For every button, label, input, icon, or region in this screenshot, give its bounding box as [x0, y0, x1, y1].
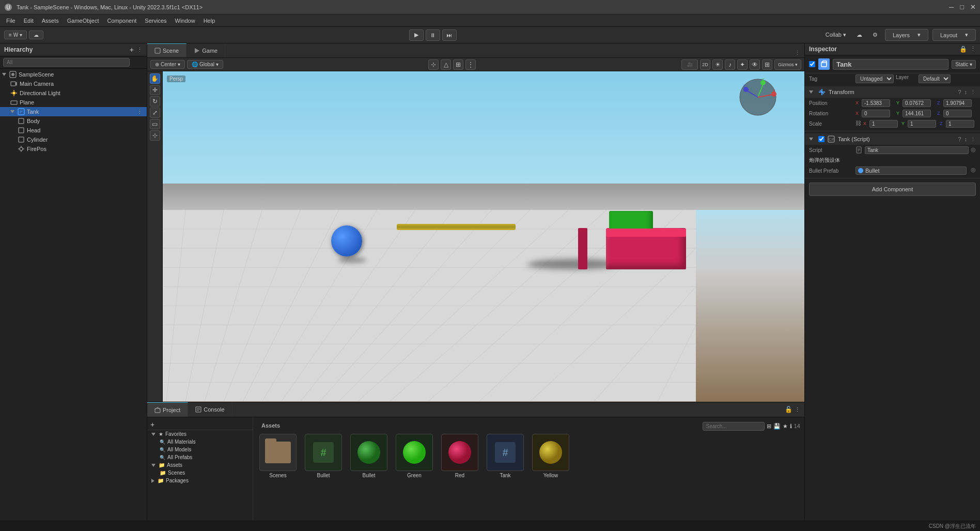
layer-select[interactable]: Default: [919, 74, 951, 83]
layout-button[interactable]: Layout ▾: [932, 29, 976, 41]
more-bottom-button[interactable]: ⋮: [795, 406, 800, 413]
center-pivot-button[interactable]: ⊕ Center ▾: [150, 60, 185, 69]
rotation-x-input[interactable]: [862, 110, 890, 117]
transform-more-icon[interactable]: ⋮: [970, 89, 976, 96]
transform-tool-btn[interactable]: ⊹: [150, 130, 160, 141]
lock-inspector-icon[interactable]: 🔒: [959, 45, 967, 53]
tag-select[interactable]: Untagged: [855, 74, 894, 83]
info-icon[interactable]: ℹ: [790, 423, 792, 430]
cloud-services-button[interactable]: ☁: [853, 31, 865, 39]
filter-icon[interactable]: ⊞: [767, 423, 771, 430]
rect-tool-btn[interactable]: ▭: [150, 119, 160, 129]
grid-toggle[interactable]: ⊞: [762, 59, 772, 70]
audio-toggle[interactable]: ♪: [725, 59, 735, 70]
bullet-prefab-ref[interactable]: Bullet: [855, 166, 967, 175]
asset-bullet-script[interactable]: # Bullet: [303, 434, 344, 478]
transform-lock-icon[interactable]: ↕: [965, 89, 968, 95]
inspector-more-button[interactable]: ⋮: [970, 45, 976, 53]
asset-red-sphere[interactable]: Red: [439, 434, 480, 478]
menu-file[interactable]: File: [2, 17, 20, 25]
static-badge[interactable]: Static ▾: [952, 60, 976, 69]
transform-section-header[interactable]: Transform ? ↕ ⋮: [805, 86, 980, 98]
hierarchy-item-directionallight[interactable]: Directional Light: [0, 88, 147, 98]
hierarchy-item-plane[interactable]: Plane: [0, 98, 147, 107]
step-button[interactable]: ⏭: [442, 29, 457, 41]
asset-yellow-sphere[interactable]: Yellow: [530, 434, 571, 478]
play-button[interactable]: ▶: [409, 29, 424, 41]
menu-assets[interactable]: Assets: [38, 17, 63, 25]
position-y-input[interactable]: [903, 99, 931, 107]
menu-help[interactable]: Help: [199, 17, 220, 25]
vertex-snap-tool[interactable]: △: [441, 59, 451, 70]
asset-green-sphere[interactable]: Green: [394, 434, 435, 478]
2d-button[interactable]: 2D: [700, 59, 710, 70]
effects-toggle[interactable]: ✦: [737, 59, 748, 70]
menu-gameobject[interactable]: GameObject: [63, 17, 103, 25]
global-local-button[interactable]: 🌐 Global ▾: [187, 60, 223, 69]
rotation-y-input[interactable]: [903, 110, 931, 117]
layers-button[interactable]: Layers ▾: [885, 29, 928, 41]
grid-snap-tool[interactable]: ⊞: [453, 59, 463, 70]
save-layout-icon[interactable]: 💾: [773, 423, 781, 430]
more-options-icon[interactable]: ⋮: [137, 109, 143, 115]
hand-tool[interactable]: ✋: [150, 73, 160, 84]
hierarchy-more-button[interactable]: ⋮: [137, 47, 143, 53]
more-gizmo-tool[interactable]: ⋮: [465, 59, 476, 70]
rotation-z-input[interactable]: [943, 110, 972, 117]
lock-bottom-icon[interactable]: 🔓: [785, 406, 792, 413]
hierarchy-item-firepos[interactable]: FirePos: [0, 144, 147, 154]
hierarchy-item-cylinder[interactable]: Cylinder: [0, 135, 147, 144]
bullet-target-icon[interactable]: ◎: [971, 166, 976, 175]
assets-search-input[interactable]: [703, 422, 765, 431]
scale-z-input[interactable]: [946, 120, 974, 128]
move-tool-btn[interactable]: ✛: [150, 85, 160, 95]
script-info-icon[interactable]: ?: [958, 136, 961, 142]
move-tool[interactable]: ⊹: [428, 59, 439, 70]
add-asset-button[interactable]: +: [150, 420, 154, 429]
all-models-item[interactable]: 🔍 All Models: [147, 446, 253, 453]
asset-scenes[interactable]: Scenes: [257, 434, 299, 478]
script-more-icon[interactable]: ⋮: [970, 136, 976, 143]
position-z-input[interactable]: [943, 99, 972, 107]
rotate-tool-btn[interactable]: ↻: [150, 96, 160, 107]
tab-game[interactable]: Game: [186, 43, 225, 57]
close-button[interactable]: ✕: [970, 3, 976, 11]
tank-script-header[interactable]: C# Tank (Script) ? ↕ ⋮: [805, 133, 980, 145]
minimize-button[interactable]: ─: [949, 3, 954, 11]
script-enabled-checkbox[interactable]: [818, 136, 825, 142]
title-bar-controls[interactable]: ─ □ ✕: [949, 3, 976, 11]
star-filter-icon[interactable]: ★: [783, 423, 788, 430]
script-lock-icon[interactable]: ↕: [965, 136, 968, 142]
scenes-folder-item[interactable]: 📁 Scenes: [147, 469, 253, 477]
add-component-button[interactable]: Add Component: [809, 183, 976, 196]
account-button[interactable]: ≡ W ▾: [4, 31, 27, 39]
hierarchy-item-maincamera[interactable]: Main Camera: [0, 79, 147, 88]
menu-component[interactable]: Component: [103, 17, 141, 25]
hierarchy-item-tank[interactable]: P Tank ⋮: [0, 107, 147, 116]
hierarchy-item-samplescene[interactable]: SampleScene: [0, 70, 147, 79]
hierarchy-search-input[interactable]: [3, 58, 130, 67]
menu-edit[interactable]: Edit: [20, 17, 38, 25]
asset-tank-script[interactable]: # Tank: [485, 434, 526, 478]
script-target-icon[interactable]: ◎: [971, 146, 976, 154]
scale-link-icon[interactable]: ⛓: [855, 120, 861, 128]
script-name-input[interactable]: [865, 146, 969, 154]
menu-window[interactable]: Window: [171, 17, 199, 25]
hierarchy-item-body[interactable]: Body: [0, 116, 147, 126]
hierarchy-item-head[interactable]: Head: [0, 126, 147, 135]
pause-button[interactable]: ⏸: [426, 29, 440, 41]
gizmos-button[interactable]: Gizmos ▾: [774, 59, 801, 70]
collab-button[interactable]: Collab ▾: [822, 31, 849, 39]
cloud-button[interactable]: ☁: [29, 31, 43, 39]
asset-bullet-sphere[interactable]: Bullet: [348, 434, 390, 478]
position-x-input[interactable]: [862, 99, 890, 107]
transform-info-icon[interactable]: ?: [958, 89, 961, 95]
maximize-button[interactable]: □: [960, 3, 964, 11]
hierarchy-add-button[interactable]: +: [130, 45, 134, 54]
scene-view[interactable]: Y X Z ✋ ✛ ↻ ⤢ ▭ ⊹: [147, 71, 804, 402]
scale-y-input[interactable]: [908, 120, 936, 128]
menu-services[interactable]: Services: [141, 17, 170, 25]
hidden-toggle[interactable]: 👁: [750, 59, 760, 70]
assets-group[interactable]: 📁 Assets: [147, 461, 253, 469]
scale-tool-btn[interactable]: ⤢: [150, 108, 160, 118]
